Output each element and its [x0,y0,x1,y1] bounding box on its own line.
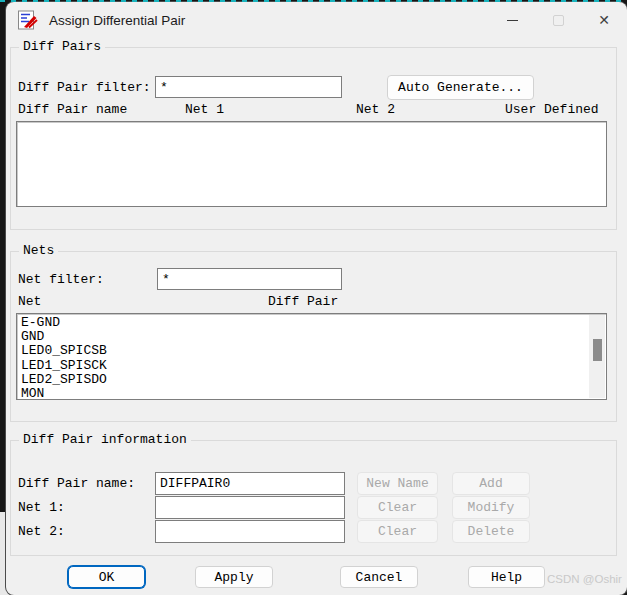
diff-pair-name-label: Diff Pair name: [18,476,135,491]
scrollbar-thumb[interactable] [593,339,602,361]
net-list-item[interactable]: LED0_SPICSB [21,344,589,358]
clear-net1-button: Clear [357,496,438,519]
nets-column-diff-pair: Diff Pair [268,294,338,309]
net-list-item[interactable]: E-GND [21,316,589,330]
apply-button[interactable]: Apply [195,566,273,588]
window-title: Assign Differential Pair [49,13,185,28]
net2-input[interactable] [155,520,345,543]
net-list-item[interactable]: MON [21,387,589,400]
diff-pairs-column-net1: Net 1 [185,102,224,117]
caption-controls: ✕ [489,2,627,38]
net-list-item[interactable]: LED2_SPISDO [21,373,589,387]
watermark: CSDN @Oshir [547,573,622,585]
close-icon: ✕ [598,12,610,28]
selection-dash-line [0,0,627,2]
diff-pair-filter-label: Diff Pair filter: [18,80,151,95]
net-filter-input[interactable] [157,268,342,290]
maximize-icon [553,15,564,26]
diff-pairs-column-user-defined: User Defined [505,102,599,117]
net1-input[interactable] [155,496,345,519]
add-button: Add [452,472,530,495]
cancel-button[interactable]: Cancel [340,566,418,588]
net-list-items: E-GNDGNDLED0_SPICSBLED1_SPISCKLED2_SPISD… [17,314,589,399]
net-list-scrollbar[interactable] [589,315,605,398]
ok-button[interactable]: OK [68,566,145,588]
app-icon [17,9,39,31]
auto-generate-button[interactable]: Auto Generate... [387,75,534,100]
maximize-button [535,2,581,38]
new-name-button: New Name [357,472,438,495]
diff-pairs-column-name: Diff Pair name [18,102,127,117]
net-list-item[interactable]: LED1_SPISCK [21,359,589,373]
diff-pairs-list[interactable] [16,121,607,207]
diff-pairs-column-net2: Net 2 [356,102,395,117]
net2-label: Net 2: [18,524,65,539]
diff-pairs-group-label: Diff Pairs [19,39,105,54]
diff-pair-information-group-label: Diff Pair information [19,432,191,447]
clear-net2-button: Clear [357,520,438,543]
delete-button: Delete [452,520,530,543]
nets-column-net: Net [18,294,41,309]
modify-button: Modify [452,496,530,519]
diff-pair-filter-input[interactable] [155,76,342,98]
net-filter-label: Net filter: [18,272,104,287]
net-list-item[interactable]: GND [21,330,589,344]
net-list[interactable]: E-GNDGNDLED0_SPICSBLED1_SPISCKLED2_SPISD… [16,313,607,400]
assign-differential-pair-dialog: Assign Differential Pair ✕ Diff Pairs Di… [6,2,627,595]
title-bar[interactable]: Assign Differential Pair ✕ [6,2,627,38]
nets-group-label: Nets [19,243,58,258]
net1-label: Net 1: [18,500,65,515]
diff-pair-name-input[interactable] [155,472,345,495]
minimize-icon [507,20,518,21]
close-button[interactable]: ✕ [581,2,627,38]
help-button[interactable]: Help [468,566,545,588]
minimize-button[interactable] [489,2,535,38]
